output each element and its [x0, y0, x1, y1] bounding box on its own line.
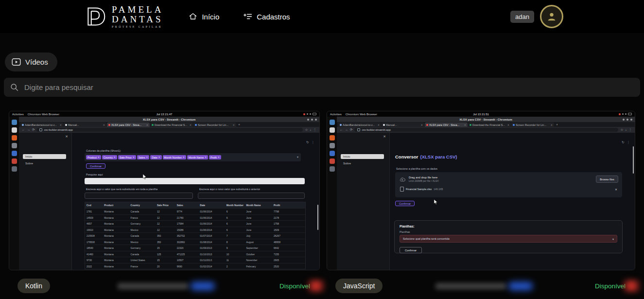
- video-thumbnail[interactable]: Activities Chromium Web Browser Jul 13 2…: [9, 111, 320, 270]
- video-card-kotlin[interactable]: Activities Chromium Web Browser Jul 13 2…: [9, 102, 320, 294]
- nav-cadastros[interactable]: Cadastros: [244, 12, 290, 21]
- browser-tab: Screen Recorder for Lin... ✕: [193, 123, 236, 127]
- video-card-list: Activities Chromium Web Browser Jul 13 2…: [9, 102, 635, 294]
- browser-toolbar: ← → ⟳ csv-builder.streamlit.app ☆ ↓ ⋮: [19, 127, 319, 133]
- dock-app-icon: [12, 143, 17, 148]
- columns-label: Colunas da planilha (Sheet1):: [86, 149, 121, 152]
- url-bar: csv-builder.streamlit.app: [354, 128, 618, 132]
- language-badge: Kotlin: [17, 279, 50, 293]
- network-icon: [622, 113, 624, 115]
- brand-logo[interactable]: PAMELA DANTAS PRÓTESE CAPILAR: [84, 5, 163, 28]
- tab-close-icon: ✕: [421, 123, 423, 126]
- card-footer: Kotlin Disponível: [9, 276, 320, 296]
- minimize-icon: [623, 119, 625, 121]
- chip-remove-icon: ✕: [133, 156, 135, 158]
- table-row: 41460MontanaCanada12547122501/10/201310O…: [85, 251, 305, 257]
- top-nav: PAMELA DANTAS PRÓTESE CAPILAR Início Cad…: [0, 0, 644, 33]
- column-chip: Profit ✕: [209, 155, 221, 159]
- browser-titlebar: XLSX para CSV - StreamIt - Chromium: [337, 117, 635, 122]
- maximize-icon: [627, 119, 628, 121]
- dock-app-icon: [330, 127, 335, 133]
- app-dock: [9, 117, 19, 270]
- os-taskbar: Activities Chromium Web Browser Jul 13 2…: [9, 111, 319, 117]
- tab-close-icon: ✕: [464, 123, 466, 126]
- username-badge[interactable]: adan: [510, 11, 534, 23]
- avatar[interactable]: [540, 5, 563, 28]
- chip-remove-icon: ✕: [218, 156, 220, 158]
- nav-inicio[interactable]: Início: [189, 12, 219, 21]
- redacted-title: [435, 283, 506, 289]
- column-chip: Month Number ✕: [163, 155, 186, 159]
- cloud-upload-icon: [399, 177, 405, 182]
- minimize-icon: [307, 119, 309, 121]
- tab-favicon: [108, 124, 110, 126]
- brand-tagline: PRÓTESE CAPILAR: [112, 25, 163, 28]
- videos-filter-label: Vídeos: [25, 58, 48, 66]
- table-row: 4657MontanaGermany121758401/06/20146June…: [85, 220, 305, 227]
- to-field: [198, 193, 305, 199]
- record-dot-icon: [303, 113, 305, 115]
- dock-app-icon: [12, 158, 17, 164]
- download-icon: ↓: [625, 128, 627, 132]
- tab-favicon: [470, 124, 471, 126]
- dock-app-icon: [12, 151, 17, 156]
- column-chip: Sale Price ✕: [118, 155, 136, 159]
- browser-window: XLSX para CSV - StreamIt - Chromium Adam…: [337, 117, 635, 270]
- table-row: 9730MontanaUnited States151050701/11/201…: [85, 257, 305, 263]
- redacted-indicator: [307, 280, 325, 292]
- dropzone-row: Drag and drop file here Limit 200MB per …: [399, 176, 618, 183]
- dock-app-icon: [330, 151, 335, 156]
- url-text: csv-builder.streamlit.app: [362, 128, 390, 131]
- browser-tab: XLSX para CSV - Strea... ✕: [107, 123, 150, 127]
- to-field-label: Escreva aqui o novo valor que substituir…: [199, 188, 260, 191]
- dropzone-texts: Drag and drop file here Limit 200MB per …: [409, 176, 439, 183]
- dock-app-icon: [12, 166, 17, 172]
- sidebar-item-sobre: Sobre: [25, 162, 33, 165]
- back-icon: ←: [340, 128, 343, 132]
- language-badge: JavaScript: [335, 279, 383, 293]
- table-row: 215508MontanaCanada35035270201/07/20147J…: [85, 232, 305, 239]
- maximize-icon: [311, 119, 313, 121]
- sidebar-close-icon: ✕: [383, 135, 386, 139]
- browser-tab-strip: AdamBandeira/excel-to-c... ✕ Manual... ✕: [19, 122, 319, 127]
- dock-app-icon: [330, 120, 335, 125]
- bookmark-icon: ☆: [620, 128, 623, 132]
- chip-remove-icon: ✕: [146, 156, 148, 158]
- search-icon: [10, 83, 18, 91]
- brand-name-top: PAMELA: [112, 5, 163, 14]
- table-body: 1781MontanaCanada12977401/06/20146June77…: [85, 208, 305, 269]
- browser-titlebar: XLSX para CSV - StreamIt - Chromium: [19, 117, 319, 122]
- videos-filter-chip[interactable]: Vídeos: [5, 53, 57, 71]
- url-bar: csv-builder.streamlit.app: [36, 128, 303, 132]
- search-input[interactable]: [23, 83, 634, 92]
- table-row: 18540MontanaGermany152232001/09/20139Sep…: [85, 245, 305, 251]
- os-clock: Jul 13 21:47: [157, 113, 173, 116]
- sheet-select-placeholder: Selecione qual planilha será convertida: [403, 237, 450, 240]
- video-thumbnail[interactable]: Activities Chromium Web Browser Jul 13 2…: [327, 111, 635, 270]
- app-sidebar: ✕ Início Sobre: [19, 133, 72, 270]
- upload-label: Selecione a planilha com os dados: [396, 167, 437, 170]
- tab-favicon: [426, 124, 428, 126]
- converter-title-accent: (XLSX para CSV): [420, 154, 457, 159]
- file-icon: [400, 187, 404, 192]
- window-controls: [623, 119, 632, 121]
- tab-close-icon: ✕: [233, 123, 235, 126]
- tab-favicon: [340, 124, 342, 126]
- dock-app-icon: [12, 120, 17, 125]
- app-sidebar: ✕ Início Sobre: [337, 133, 390, 270]
- playlist-add-icon: [244, 12, 252, 21]
- replace-field: [85, 193, 193, 199]
- card-footer: JavaScript Disponível: [327, 276, 635, 296]
- os-activities: Activities: [12, 113, 24, 116]
- tab-favicon: [65, 124, 67, 126]
- chip-remove-icon: ✕: [98, 156, 100, 158]
- os-tray: [619, 113, 632, 115]
- browser-tab: AdamBandeira/excel-to-c... ✕: [338, 123, 381, 127]
- reload-icon: ⟳: [32, 128, 35, 132]
- back-icon: ←: [22, 128, 25, 132]
- tab-favicon: [383, 124, 385, 126]
- video-card-javascript[interactable]: Activities Chromium Web Browser Jul 13 2…: [327, 102, 635, 294]
- search-bar[interactable]: [4, 78, 640, 97]
- table-row: 1781MontanaCanada12977401/06/20146June77…: [85, 208, 305, 214]
- tab-close-icon: ✕: [146, 123, 148, 126]
